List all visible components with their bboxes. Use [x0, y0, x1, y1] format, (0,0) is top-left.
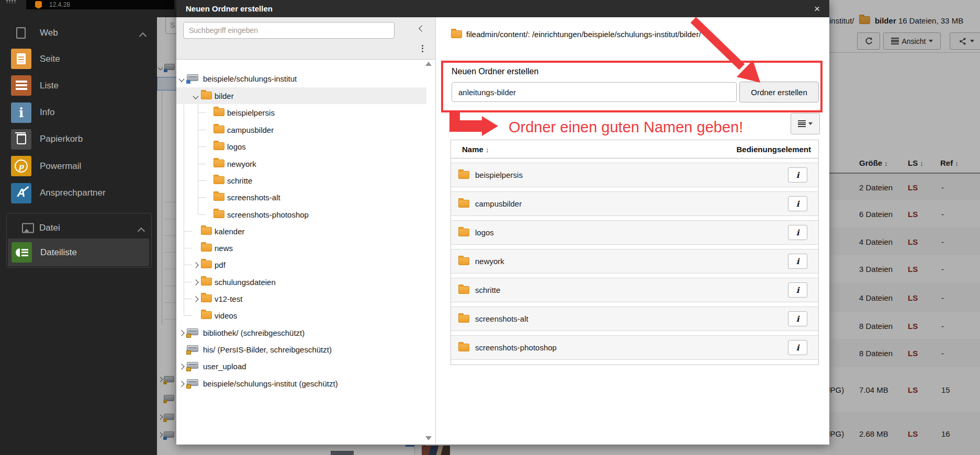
chevron-up-icon — [139, 32, 147, 40]
folder-icon — [213, 108, 224, 116]
info-button[interactable]: i — [788, 311, 807, 326]
info-button[interactable]: i — [788, 196, 807, 211]
info-button[interactable]: i — [788, 340, 807, 355]
table-row[interactable]: newyorki — [451, 249, 818, 274]
folder-icon — [213, 210, 224, 218]
chevron-down-icon[interactable] — [178, 76, 184, 82]
storage-icon — [164, 431, 174, 438]
chevron-right-icon[interactable] — [193, 296, 198, 302]
chevron-right-icon[interactable] — [178, 330, 184, 336]
folder-icon — [458, 200, 469, 208]
tree-node[interactable]: beispiele/schulungs-institut — [176, 70, 426, 87]
tree-node[interactable]: schritte — [176, 172, 426, 189]
new-folder-modal: Neuen Ordner erstellen × beispiele/schul… — [176, 0, 829, 445]
table-row[interactable]: beispielpersisi — [451, 163, 818, 187]
tree-node[interactable]: beispielpersis — [176, 104, 426, 121]
ref-count: - — [941, 237, 944, 246]
file-row: JPG)2.68 MBLS16 — [829, 412, 980, 455]
sidebar-item-ansprechpartner[interactable]: AAnsprechpartner — [0, 183, 157, 203]
sidebar-item-liste[interactable]: Liste — [0, 75, 157, 96]
table-row[interactable]: screenshots-photoshopi — [451, 335, 818, 360]
sidebar-section-datei[interactable]: Datei — [7, 219, 151, 237]
column-header-ls: LS ↕ — [908, 158, 923, 167]
info-button[interactable]: i — [788, 225, 807, 240]
tree-node[interactable]: screenshots-photoshop — [176, 206, 426, 223]
chevron-right-icon[interactable] — [193, 279, 198, 285]
filelist-icon — [12, 242, 32, 263]
tree-node[interactable]: campusbilder — [176, 121, 426, 138]
storage-badge: LS — [908, 349, 918, 358]
sidebar-item-label: Dateiliste — [40, 247, 77, 258]
folder-tree-panel: beispiele/schulungs-institutbilderbeispi… — [176, 17, 436, 445]
sidebar-item-label: Ansprechpartner — [40, 188, 106, 198]
tree-node-label: bibliothek/ (schreibgeschützt) — [203, 328, 305, 337]
sidebar-item-powermail[interactable]: pPowermail — [0, 156, 157, 176]
sidebar-item-seite[interactable]: Seite — [0, 49, 157, 69]
info-button[interactable]: i — [788, 282, 807, 298]
tree-node[interactable]: screenshots-alt — [176, 189, 426, 206]
tree-node[interactable]: videos — [176, 307, 426, 324]
view-mode-button[interactable] — [791, 113, 820, 134]
chevron-down-icon — [808, 122, 813, 125]
file-row: 8 DateienLS- — [829, 339, 980, 368]
background-page-bottom-fragment — [176, 445, 829, 455]
column-header-name[interactable]: Name ↕ — [462, 145, 489, 154]
sidebar-item-label: Powermail — [40, 161, 81, 172]
scroll-down-icon[interactable] — [425, 436, 432, 440]
sidebar-section-web[interactable]: Web — [0, 24, 157, 42]
tree-line — [162, 89, 162, 325]
module-menu-icon[interactable] — [6, 0, 18, 3]
chevron-down-icon[interactable] — [193, 93, 198, 99]
folder-icon — [213, 176, 224, 184]
list-lines-icon — [891, 38, 899, 44]
folder-name: screenshots-photoshop — [475, 343, 557, 352]
file-row: 3 DateienLS- — [829, 255, 980, 283]
table-row[interactable]: logosi — [451, 220, 818, 245]
background-search-fragment: S — [165, 17, 176, 34]
table-row[interactable]: screenshots-alti — [451, 306, 818, 331]
typo3-backend: S institut/ bilder 16 Dateien, 33 MB — [0, 0, 980, 455]
sidebar-item-info[interactable]: iInfo — [0, 103, 157, 123]
chevron-right-icon[interactable] — [178, 381, 184, 386]
table-row[interactable]: schrittei — [451, 278, 818, 302]
tree-node[interactable]: v12-test — [176, 290, 426, 307]
chevron-right-icon[interactable] — [193, 262, 198, 268]
tree-menu-icon[interactable] — [422, 43, 423, 53]
new-folder-heading: Neuen Ordner erstellen — [452, 67, 538, 76]
tree-node[interactable]: news — [176, 240, 426, 256]
page-icon — [11, 49, 31, 69]
tree-node[interactable]: logos — [176, 138, 426, 155]
sidebar-item-papierkorb[interactable]: Papierkorb — [0, 129, 157, 150]
tree-node[interactable]: schulungsdateien — [176, 274, 426, 290]
chevron-right-icon[interactable] — [178, 363, 184, 369]
tree-search-input[interactable] — [183, 22, 395, 39]
tree-node[interactable]: his/ (PersIS-Bilder, schreibgeschützt) — [176, 341, 426, 358]
thumbnail-fragment — [422, 446, 450, 455]
tree-node[interactable]: newyork — [176, 155, 426, 172]
collapse-panel-icon[interactable] — [419, 25, 425, 32]
folder-icon — [201, 260, 212, 268]
close-icon[interactable]: × — [811, 0, 823, 17]
tree-node[interactable]: bilder — [176, 87, 426, 104]
folder-icon — [213, 160, 224, 167]
tree-node[interactable]: kalender — [176, 223, 426, 240]
tree-node[interactable]: bibliothek/ (schreibgeschützt) — [176, 324, 426, 341]
chevron-down-icon — [929, 40, 933, 42]
table-row[interactable]: campusbilderi — [451, 191, 818, 216]
tree-node[interactable]: user_upload — [176, 358, 426, 374]
info-button[interactable]: i — [788, 167, 807, 183]
file-row: 6 DateienLS- — [829, 200, 980, 228]
sidebar-item-dateiliste[interactable]: Dateiliste — [7, 242, 151, 263]
info-button[interactable]: i — [788, 254, 807, 269]
storage-locked-icon — [187, 328, 198, 335]
tree-node-label: pdf — [215, 260, 226, 269]
storage-locked-icon — [164, 395, 174, 401]
view-mode-button: Ansicht — [883, 32, 941, 50]
share-button — [950, 32, 980, 50]
scroll-up-icon[interactable] — [425, 62, 432, 66]
storage-badge: LS — [908, 321, 918, 330]
tree-node[interactable]: pdf — [176, 256, 426, 273]
tree-node-label: beispielpersis — [227, 108, 275, 117]
tree-node[interactable]: beispiele/schulungs-institut (geschützt) — [176, 375, 426, 392]
ref-count: - — [941, 183, 944, 191]
